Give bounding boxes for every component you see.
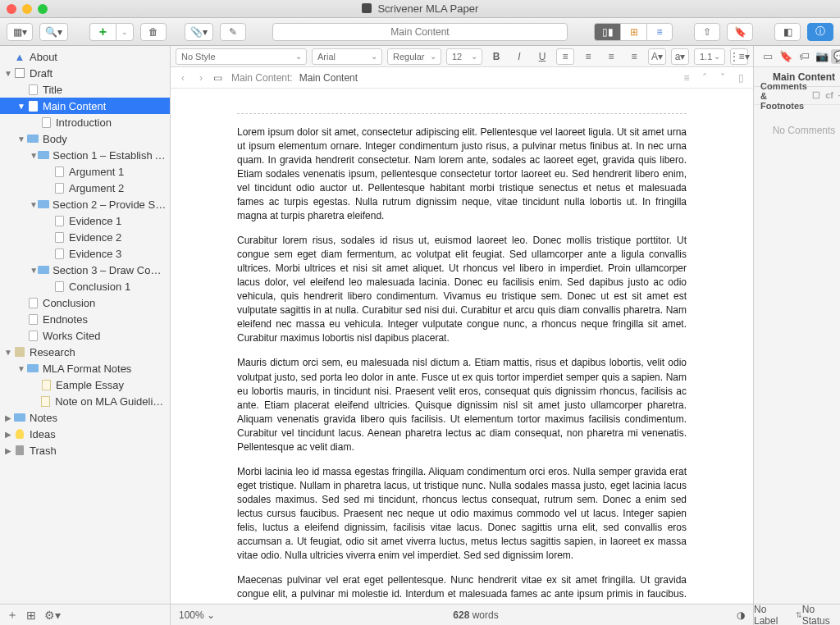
paragraph[interactable]: Morbi lacinia leo id massa egestas fring…: [237, 465, 687, 563]
view-corkboard-button[interactable]: ⊞: [620, 23, 646, 41]
binder-toggle-button[interactable]: ▦▾: [7, 23, 33, 41]
binder-item[interactable]: Endnotes: [0, 311, 170, 327]
align-left-button[interactable]: ≡: [556, 48, 574, 65]
binder-item[interactable]: ▶Notes: [0, 409, 170, 426]
editor-menu-button[interactable]: ≡: [681, 72, 692, 84]
view-document-button[interactable]: ▯▮: [594, 23, 620, 41]
compose-button[interactable]: ✎: [220, 23, 246, 41]
status-select[interactable]: No Status: [802, 604, 840, 626]
disclosure-triangle[interactable]: ▶: [3, 413, 13, 422]
inspector-tab-comments[interactable]: 💬: [831, 49, 840, 64]
disclosure-triangle[interactable]: ▼: [30, 151, 38, 160]
binder-item[interactable]: Argument 1: [0, 163, 170, 180]
nav-forward-button[interactable]: ›: [195, 72, 207, 84]
binder-add-button[interactable]: ＋: [7, 608, 18, 623]
title-search-input[interactable]: [272, 23, 568, 41]
binder-item[interactable]: Evidence 3: [0, 245, 170, 262]
binder-item[interactable]: ▼Draft: [0, 65, 170, 81]
binder-item[interactable]: Eample Essay: [0, 376, 170, 393]
disclosure-triangle[interactable]: ▶: [3, 446, 13, 455]
paragraph[interactable]: Curabitur lorem risus, sodales id risus …: [237, 234, 687, 345]
font-select[interactable]: Arial: [312, 48, 382, 65]
binder-item[interactable]: Evidence 2: [0, 229, 170, 245]
binder-item[interactable]: Note on MLA Guidelines: [0, 393, 170, 409]
bold-button[interactable]: B: [487, 48, 505, 65]
word-count[interactable]: 628 words: [215, 609, 737, 621]
trash-button[interactable]: 🗑: [140, 23, 167, 41]
text-color-button[interactable]: A▾: [648, 48, 666, 65]
close-window-button[interactable]: [7, 4, 16, 14]
binder-item[interactable]: ▼Section 1 – Establish Argu...: [0, 147, 170, 163]
add-menu-button[interactable]: ⌄: [116, 23, 134, 41]
inspector-comment-icon[interactable]: ☐: [812, 90, 820, 101]
disclosure-triangle[interactable]: ▼: [30, 266, 38, 275]
composition-mode-button[interactable]: ◧: [774, 23, 801, 41]
size-select[interactable]: 12: [446, 48, 482, 65]
align-justify-button[interactable]: ≡: [625, 48, 643, 65]
search-button[interactable]: 🔍▾: [39, 23, 68, 41]
inspector-tab-bookmarks[interactable]: 🔖: [777, 49, 795, 64]
inspector-tab-metadata[interactable]: 🏷: [795, 49, 813, 64]
highlight-button[interactable]: a▾: [671, 48, 689, 65]
binder-item[interactable]: ▼Section 2 – Provide Suppo...: [0, 196, 170, 212]
disclosure-triangle[interactable]: ▼: [16, 135, 26, 144]
disclosure-triangle[interactable]: ▼: [30, 200, 38, 209]
bookmark-button[interactable]: 🔖: [727, 23, 753, 41]
path-doc-icon: ▭: [213, 72, 225, 84]
minimize-window-button[interactable]: [22, 4, 32, 14]
binder-item[interactable]: Title: [0, 81, 170, 98]
binder-item[interactable]: ▶Ideas: [0, 426, 170, 442]
path-doc[interactable]: Main Content: [299, 72, 358, 84]
disclosure-triangle[interactable]: ▼: [16, 102, 26, 111]
add-button[interactable]: +: [89, 23, 116, 41]
align-center-button[interactable]: ≡: [579, 48, 597, 65]
editor-split-button[interactable]: ▯: [735, 72, 746, 84]
binder-item[interactable]: Evidence 1: [0, 212, 170, 229]
disclosure-triangle[interactable]: ▼: [16, 364, 26, 373]
linespacing-select[interactable]: 1.1: [694, 48, 725, 65]
document-text[interactable]: Lorem ipsum dolor sit amet, consectetur …: [237, 113, 687, 604]
disclosure-triangle[interactable]: ▼: [3, 348, 13, 357]
list-button[interactable]: ⋮≡▾: [730, 48, 748, 65]
inspector-tab-notes[interactable]: ▭: [759, 49, 777, 64]
weight-select[interactable]: Regular: [387, 48, 441, 65]
binder-item[interactable]: Conclusion 1: [0, 278, 170, 294]
paragraph[interactable]: Lorem ipsum dolor sit amet, consectetur …: [237, 125, 687, 223]
binder-item[interactable]: ▼MLA Format Notes: [0, 360, 170, 376]
binder-item[interactable]: ▼Body: [0, 130, 170, 147]
zoom-window-button[interactable]: [38, 4, 48, 14]
attachment-button[interactable]: 📎▾: [185, 23, 213, 41]
binder-item[interactable]: ▼Main Content: [0, 98, 170, 114]
disclosure-triangle[interactable]: ▼: [3, 69, 13, 78]
compile-button[interactable]: ⇧: [694, 23, 720, 41]
binder-add-folder-button[interactable]: ⊞: [26, 609, 36, 622]
style-select[interactable]: No Style: [176, 48, 307, 65]
italic-button[interactable]: I: [510, 48, 528, 65]
binder-tree[interactable]: ▲About▼DraftTitle▼Main ContentIntroducti…: [0, 46, 170, 604]
binder-item[interactable]: Works Cited: [0, 327, 170, 344]
underline-button[interactable]: U: [533, 48, 551, 65]
binder-item[interactable]: ▶Trash: [0, 442, 170, 458]
zoom-select[interactable]: 100% ⌄: [179, 609, 215, 621]
binder-item[interactable]: Argument 2: [0, 180, 170, 196]
paragraph[interactable]: Mauris dictum orci sem, eu malesuada nis…: [237, 356, 687, 454]
disclosure-triangle[interactable]: ▶: [3, 430, 13, 439]
inspector-tab-snapshots[interactable]: 📷: [813, 49, 831, 64]
view-outline-button[interactable]: ≡: [646, 23, 673, 41]
binder-item[interactable]: Introduction: [0, 114, 170, 130]
inspector-cf-label[interactable]: cf: [825, 90, 833, 101]
binder-item[interactable]: ▼Research: [0, 344, 170, 360]
inspector-toggle-button[interactable]: ⓘ: [807, 23, 833, 41]
binder-gear-button[interactable]: ⚙▾: [44, 609, 61, 622]
editor-down-button[interactable]: ˅: [717, 72, 728, 84]
editor-body[interactable]: Lorem ipsum dolor sit amet, consectetur …: [171, 89, 753, 604]
editor-up-button[interactable]: ˄: [699, 72, 710, 84]
align-right-button[interactable]: ≡: [602, 48, 620, 65]
target-button[interactable]: ◑: [737, 609, 745, 621]
binder-item[interactable]: ▼Section 3 – Draw Conclusi...: [0, 262, 170, 278]
nav-back-button[interactable]: ‹: [177, 72, 189, 84]
binder-item[interactable]: Conclusion: [0, 294, 170, 311]
binder-item[interactable]: ▲About: [0, 48, 170, 65]
label-select[interactable]: No Label: [754, 604, 802, 626]
paragraph[interactable]: Maecenas pulvinar vel erat eget pellente…: [237, 573, 687, 604]
